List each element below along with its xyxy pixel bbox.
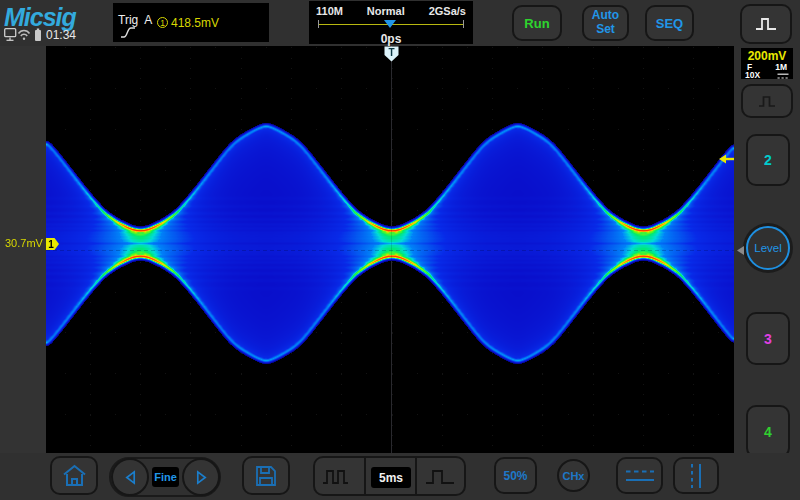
svg-text:T: T [388, 47, 394, 58]
svg-text:1: 1 [48, 239, 54, 250]
